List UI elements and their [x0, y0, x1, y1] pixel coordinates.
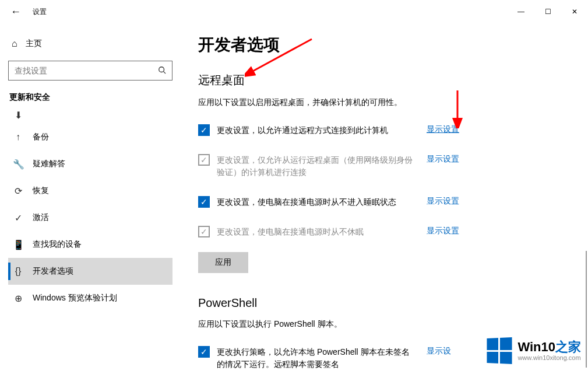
minimize-button[interactable]: — [508, 2, 534, 21]
sidebar-item-label: Windows 预览体验计划 [33, 293, 117, 303]
section-powershell-title: PowerShell [198, 296, 571, 310]
main-content: 开发者选项 远程桌面 应用以下设置以启用远程桌面，并确保计算机的可用性。 ✓ 更… [181, 23, 588, 374]
sidebar-item-recovery[interactable]: ⟳ 恢复 [8, 177, 172, 204]
sidebar-item-label: 激活 [33, 212, 49, 223]
search-box[interactable] [8, 61, 172, 81]
recovery-icon: ⟳ [13, 186, 23, 197]
check-circle-icon: ✓ [13, 212, 23, 223]
sidebar-item-label: 查找我的设备 [33, 239, 82, 250]
scrollbar[interactable] [586, 251, 587, 368]
sidebar-item-findmydevice[interactable]: 📱 查找我的设备 [8, 231, 172, 258]
home-label: 主页 [26, 39, 42, 49]
device-icon: 📱 [13, 239, 23, 250]
search-input[interactable] [15, 66, 158, 75]
code-icon: {} [13, 266, 23, 277]
setting-row: ✓ 更改设置，仅允许从运行远程桌面（使用网络级别身份验证）的计算机进行连接 显示… [198, 154, 571, 179]
setting-text: 更改设置，使电脑在接通电源时从不进入睡眠状态 [217, 196, 415, 208]
svg-point-0 [159, 67, 164, 72]
check-icon: ✓ [200, 126, 207, 134]
section-remote-desc: 应用以下设置以启用远程桌面，并确保计算机的可用性。 [198, 97, 571, 108]
sidebar-item-troubleshoot[interactable]: 🔧 疑难解答 [8, 151, 172, 177]
checkbox: ✓ [198, 154, 210, 166]
apply-button[interactable]: 应用 [198, 252, 248, 273]
setting-row: ✓ 更改设置，以允许通过远程方式连接到此计算机 显示设置 [198, 124, 571, 137]
checkbox: ✓ [198, 226, 210, 237]
page-title: 开发者选项 [198, 34, 571, 56]
wrench-icon: 🔧 [13, 159, 23, 170]
sidebar-item-security[interactable]: ⬇ Windows 安全中心 [8, 110, 172, 124]
checkbox[interactable]: ✓ [198, 196, 210, 208]
check-icon: ✓ [200, 348, 207, 356]
sidebar-item-backup[interactable]: ↑ 备份 [8, 124, 172, 151]
show-settings-link[interactable]: 显示设置 [427, 124, 459, 135]
section-powershell-desc: 应用以下设置以执行 PowerShell 脚本。 [198, 319, 571, 330]
show-settings-link[interactable]: 显示设置 [427, 226, 459, 236]
sidebar-item-label: 恢复 [33, 186, 49, 196]
back-button[interactable]: ← [10, 6, 21, 18]
setting-row: ✓ 更改设置，使电脑在接通电源时从不休眠 显示设置 [198, 226, 571, 238]
checkbox[interactable]: ✓ [198, 346, 210, 358]
watermark-brand: Win10之家 [517, 340, 581, 354]
svg-line-1 [164, 71, 166, 74]
sidebar-item-activation[interactable]: ✓ 激活 [8, 204, 172, 231]
sidebar-item-label: 备份 [33, 132, 49, 142]
checkbox[interactable]: ✓ [198, 124, 210, 136]
maximize-button[interactable]: ☐ [534, 2, 561, 21]
search-icon [158, 66, 166, 76]
setting-text: 更改设置，以允许通过远程方式连接到此计算机 [217, 124, 415, 137]
window-controls: — ☐ ✕ [508, 2, 588, 21]
show-settings-link[interactable]: 显示设置 [427, 154, 459, 165]
category-label: 更新和安全 [8, 92, 172, 103]
show-settings-link[interactable]: 显示设置 [427, 196, 459, 207]
windows-logo-icon [487, 337, 512, 364]
sidebar-item-label: 开发者选项 [33, 266, 73, 277]
backup-icon: ↑ [13, 132, 23, 142]
check-icon: ✓ [200, 198, 207, 206]
check-icon: ✓ [200, 228, 207, 236]
titlebar: ← 设置 — ☐ ✕ [0, 0, 588, 23]
setting-text: 更改设置，使电脑在接通电源时从不休眠 [217, 226, 415, 238]
home-link[interactable]: ⌂ 主页 [8, 34, 172, 54]
setting-text: 更改设置，仅允许从运行远程桌面（使用网络级别身份验证）的计算机进行连接 [217, 154, 415, 179]
sidebar: ⌂ 主页 更新和安全 ⬇ Windows 安全中心 ↑ 备份 🔧 疑难解答 [0, 23, 181, 374]
setting-row: ✓ 更改设置，使电脑在接通电源时从不进入睡眠状态 显示设置 [198, 196, 571, 208]
sidebar-item-label: 疑难解答 [33, 159, 65, 169]
show-settings-link[interactable]: 显示设 [427, 346, 451, 356]
check-icon: ✓ [200, 156, 207, 164]
watermark: Win10之家 www.win10xitong.com [486, 338, 581, 363]
nav-list: ⬇ Windows 安全中心 ↑ 备份 🔧 疑难解答 ⟳ 恢复 ✓ 激活 📱 查 [8, 110, 172, 312]
sidebar-item-developer[interactable]: {} 开发者选项 [8, 258, 172, 285]
window-title: 设置 [33, 7, 47, 17]
section-remote-title: 远程桌面 [198, 72, 571, 88]
watermark-url: www.win10xitong.com [517, 354, 581, 361]
sidebar-item-insider[interactable]: ⊕ Windows 预览体验计划 [8, 285, 172, 312]
home-icon: ⌂ [12, 39, 17, 49]
download-icon: ⬇ [13, 110, 23, 121]
insider-icon: ⊕ [13, 293, 23, 304]
close-button[interactable]: ✕ [561, 2, 588, 21]
setting-text: 更改执行策略，以允许本地 PowerShell 脚本在未签名的情况下运行。远程脚… [217, 346, 415, 370]
